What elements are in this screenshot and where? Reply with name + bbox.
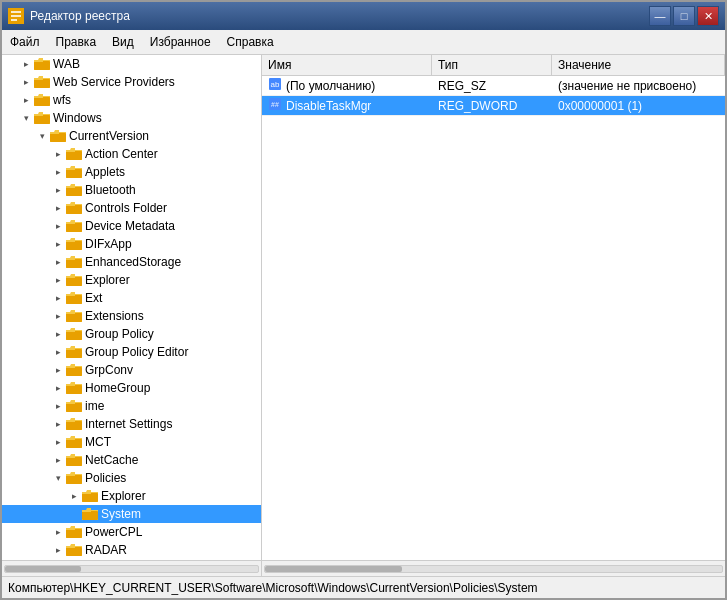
tree-item-actioncenter[interactable]: ▸ Action Center (2, 145, 261, 163)
expander-devicemetadata[interactable]: ▸ (50, 221, 66, 231)
tree-item-netcache[interactable]: ▸ NetCache (2, 451, 261, 469)
tree-item-difxapp[interactable]: ▸ DIFxApp (2, 235, 261, 253)
svg-rect-35 (66, 241, 82, 250)
expander-powercpl[interactable]: ▸ (50, 527, 66, 537)
tree-label-currentversion: CurrentVersion (69, 129, 149, 143)
tree-item-currentversion[interactable]: ▾ CurrentVersion (2, 127, 261, 145)
folder-icon-currentversion (50, 129, 66, 143)
tree-item-grouppolicyeditor[interactable]: ▸ Group Policy Editor (2, 343, 261, 361)
svg-rect-18 (50, 132, 59, 134)
tree-item-windows[interactable]: ▾ Windows (2, 109, 261, 127)
registry-tree[interactable]: ▸ WAB ▸ Web Service Providers ▸ wfs ▾ Wi… (2, 55, 261, 560)
tree-item-controlsfolder[interactable]: ▸ Controls Folder (2, 199, 261, 217)
tree-item-ime[interactable]: ▸ ime (2, 397, 261, 415)
expander-ime[interactable]: ▸ (50, 401, 66, 411)
tree-item-explorer[interactable]: ▸ Explorer (2, 271, 261, 289)
expander-policies-explorer[interactable]: ▸ (66, 491, 82, 501)
tree-item-wab[interactable]: ▸ WAB (2, 55, 261, 73)
svg-rect-69 (66, 438, 75, 440)
menu-edit[interactable]: Правка (48, 32, 105, 52)
expander-bluetooth[interactable]: ▸ (50, 185, 66, 195)
folder-icon-grouppolicyeditor (66, 345, 82, 359)
tree-item-powercpl[interactable]: ▸ PowerCPL (2, 523, 261, 541)
svg-rect-33 (66, 222, 75, 224)
right-scrollbar[interactable] (262, 561, 725, 576)
expander-radar[interactable]: ▸ (50, 545, 66, 555)
menu-view[interactable]: Вид (104, 32, 142, 52)
expander-currentversion[interactable]: ▾ (34, 131, 50, 141)
expander-netcache[interactable]: ▸ (50, 455, 66, 465)
tree-item-ext[interactable]: ▸ Ext (2, 289, 261, 307)
tree-item-devicemetadata[interactable]: ▸ Device Metadata (2, 217, 261, 235)
tree-item-policies-explorer[interactable]: ▸ Explorer (2, 487, 261, 505)
expander-grouppolicy[interactable]: ▸ (50, 329, 66, 339)
svg-rect-38 (66, 259, 82, 268)
tree-item-policies-system[interactable]: System (2, 505, 261, 523)
svg-rect-66 (66, 420, 75, 422)
registry-list[interactable]: ab (По умолчанию) REG_SZ (значение не пр… (262, 76, 725, 560)
expander-homegroup[interactable]: ▸ (50, 383, 66, 393)
expander-mct[interactable]: ▸ (50, 437, 66, 447)
close-button[interactable]: ✕ (697, 6, 719, 26)
tree-item-grpconv[interactable]: ▸ GrpConv (2, 361, 261, 379)
expander-grpconv[interactable]: ▸ (50, 365, 66, 375)
folder-icon-wfs (34, 93, 50, 107)
maximize-button[interactable]: □ (673, 6, 695, 26)
tree-label-devicemetadata: Device Metadata (85, 219, 175, 233)
column-type[interactable]: Тип (432, 55, 552, 75)
svg-rect-44 (66, 295, 82, 304)
expander-controlsfolder[interactable]: ▸ (50, 203, 66, 213)
left-scrollbar[interactable] (2, 561, 262, 576)
tree-item-wfs[interactable]: ▸ wfs (2, 91, 261, 109)
tree-item-internetsettings[interactable]: ▸ Internet Settings (2, 415, 261, 433)
tree-item-mct[interactable]: ▸ MCT (2, 433, 261, 451)
right-scroll-track[interactable] (264, 565, 723, 573)
column-name[interactable]: Имя (262, 55, 432, 75)
expander-applets[interactable]: ▸ (50, 167, 66, 177)
tree-item-enhancedstorage[interactable]: ▸ EnhancedStorage (2, 253, 261, 271)
expander-actioncenter[interactable]: ▸ (50, 149, 66, 159)
left-scroll-thumb[interactable] (5, 566, 81, 572)
expander-explorer[interactable]: ▸ (50, 275, 66, 285)
expander-ext[interactable]: ▸ (50, 293, 66, 303)
minimize-button[interactable]: — (649, 6, 671, 26)
expander-webservice[interactable]: ▸ (18, 77, 34, 87)
reg-icon-0: ab (268, 77, 282, 94)
tree-item-policies[interactable]: ▾ Policies (2, 469, 261, 487)
reg-icon-1: ## (268, 97, 282, 114)
main-content: ▸ WAB ▸ Web Service Providers ▸ wfs ▾ Wi… (2, 55, 725, 560)
svg-rect-27 (66, 186, 75, 188)
expander-difxapp[interactable]: ▸ (50, 239, 66, 249)
tree-item-applets[interactable]: ▸ Applets (2, 163, 261, 181)
menu-file[interactable]: Файл (2, 32, 48, 52)
folder-icon-grpconv (66, 363, 82, 377)
expander-internetsettings[interactable]: ▸ (50, 419, 66, 429)
column-value[interactable]: Значение (552, 55, 725, 75)
expander-wab[interactable]: ▸ (18, 59, 34, 69)
tree-item-extensions[interactable]: ▸ Extensions (2, 307, 261, 325)
registry-row-0[interactable]: ab (По умолчанию) REG_SZ (значение не пр… (262, 76, 725, 96)
menu-favorites[interactable]: Избранное (142, 32, 219, 52)
svg-rect-17 (50, 133, 66, 142)
expander-wfs[interactable]: ▸ (18, 95, 34, 105)
tree-item-radar[interactable]: ▸ RADAR (2, 541, 261, 559)
tree-item-grouppolicy[interactable]: ▸ Group Policy (2, 325, 261, 343)
folder-icon-ime (66, 399, 82, 413)
menu-help[interactable]: Справка (219, 32, 282, 52)
expander-extensions[interactable]: ▸ (50, 311, 66, 321)
left-scroll-track[interactable] (4, 565, 259, 573)
window-title: Редактор реестра (30, 9, 130, 23)
expander-windows[interactable]: ▾ (18, 113, 34, 123)
tree-label-policies-explorer: Explorer (101, 489, 146, 503)
registry-row-1[interactable]: ## DisableTaskMgr REG_DWORD 0x00000001 (… (262, 96, 725, 116)
svg-rect-26 (66, 187, 82, 196)
right-scroll-thumb[interactable] (265, 566, 402, 572)
tree-item-webservice[interactable]: ▸ Web Service Providers (2, 73, 261, 91)
tree-item-homegroup[interactable]: ▸ HomeGroup (2, 379, 261, 397)
folder-icon-webservice (34, 75, 50, 89)
expander-policies[interactable]: ▾ (50, 473, 66, 483)
expander-grouppolicyeditor[interactable]: ▸ (50, 347, 66, 357)
tree-label-enhancedstorage: EnhancedStorage (85, 255, 181, 269)
expander-enhancedstorage[interactable]: ▸ (50, 257, 66, 267)
tree-item-bluetooth[interactable]: ▸ Bluetooth (2, 181, 261, 199)
